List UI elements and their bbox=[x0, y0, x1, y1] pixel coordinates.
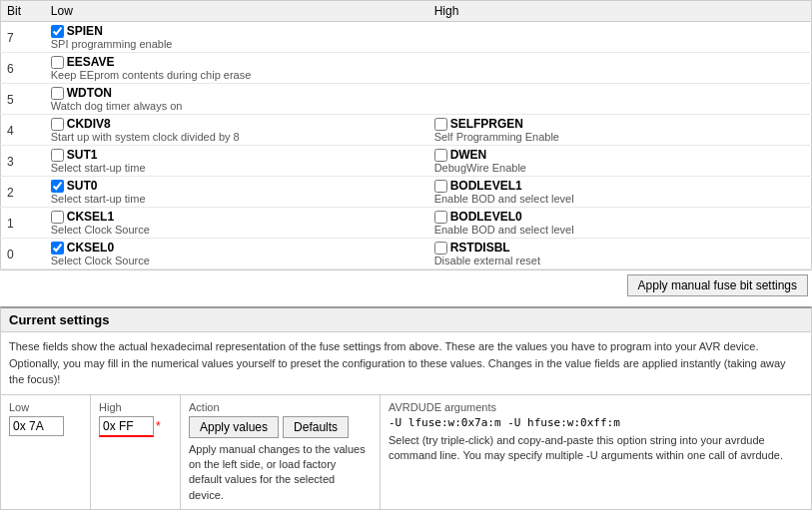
current-settings-desc: These fields show the actual hexadecimal… bbox=[1, 332, 811, 394]
fuse-high-cell bbox=[428, 22, 812, 53]
fuse-low-cell: CKSEL0Select Clock Source bbox=[45, 239, 428, 269]
fuse-low-name: WDTON bbox=[67, 86, 112, 100]
fuse-low-cell: WDTONWatch dog timer always on bbox=[45, 84, 428, 115]
fuse-low-label[interactable]: WDTON bbox=[51, 86, 422, 100]
fuse-high-cell: BODLEVEL1Enable BOD and select level bbox=[428, 177, 812, 208]
fuse-low-checkbox[interactable] bbox=[51, 87, 64, 100]
fuse-low-checkbox[interactable] bbox=[51, 149, 64, 162]
avrdude-code: -U lfuse:w:0x7a:m -U hfuse:w:0xff:m bbox=[389, 416, 803, 429]
low-col: Low bbox=[1, 395, 91, 510]
bit-number: 6 bbox=[1, 53, 45, 84]
fuse-high-cell: BODLEVEL0Enable BOD and select level bbox=[428, 208, 812, 239]
col-bit: Bit bbox=[1, 1, 45, 22]
table-row: 1CKSEL1Select Clock SourceBODLEVEL0Enabl… bbox=[1, 208, 812, 239]
bit-number: 2 bbox=[1, 177, 45, 208]
fuse-low-label[interactable]: SUT1 bbox=[51, 148, 422, 162]
fuse-low-name: CKDIV8 bbox=[67, 117, 111, 131]
fuse-low-name: SUT0 bbox=[67, 179, 98, 193]
fuse-low-label[interactable]: SPIEN bbox=[51, 24, 422, 38]
high-value-input[interactable] bbox=[99, 416, 154, 437]
settings-values-row: Low High * Action Apply values Defaults … bbox=[1, 394, 811, 510]
bit-number: 5 bbox=[1, 84, 45, 115]
fuse-high-cell bbox=[428, 53, 812, 84]
fuse-high-checkbox[interactable] bbox=[434, 118, 447, 131]
fuse-high-label[interactable]: DWEN bbox=[434, 148, 805, 162]
fuse-high-label[interactable]: BODLEVEL1 bbox=[434, 179, 805, 193]
fuse-high-cell: RSTDISBLDisable external reset bbox=[428, 239, 812, 269]
high-col-header: High bbox=[99, 401, 172, 413]
fuse-low-label[interactable]: CKSEL0 bbox=[51, 241, 422, 255]
fuse-low-desc: Select Clock Source bbox=[51, 224, 422, 236]
bit-number: 0 bbox=[1, 239, 45, 269]
fuse-table: Bit Low High 7SPIENSPI programming enabl… bbox=[0, 0, 812, 269]
fuse-low-cell: CKSEL1Select Clock Source bbox=[45, 208, 428, 239]
apply-manual-fuse-btn[interactable]: Apply manual fuse bit settings bbox=[627, 274, 808, 296]
fuse-high-checkbox[interactable] bbox=[434, 180, 447, 193]
fuse-high-checkbox[interactable] bbox=[434, 211, 447, 224]
fuse-low-cell: EESAVEKeep EEprom contents during chip e… bbox=[45, 53, 428, 84]
action-buttons: Apply values Defaults bbox=[189, 416, 372, 438]
action-col: Action Apply values Defaults Apply manua… bbox=[181, 395, 381, 510]
current-settings-header: Current settings bbox=[1, 308, 811, 332]
current-settings-section: Current settings These fields show the a… bbox=[0, 306, 812, 510]
fuse-low-checkbox[interactable] bbox=[51, 25, 64, 38]
fuse-high-desc: Enable BOD and select level bbox=[434, 193, 805, 205]
fuse-low-desc: Select start-up time bbox=[51, 162, 422, 174]
fuse-low-cell: SUT0Select start-up time bbox=[45, 177, 428, 208]
high-input-wrapper: * bbox=[99, 416, 172, 437]
high-col: High * bbox=[91, 395, 181, 510]
fuse-high-name: BODLEVEL0 bbox=[450, 210, 522, 224]
table-row: 4CKDIV8Start up with system clock divide… bbox=[1, 115, 812, 146]
fuse-low-checkbox[interactable] bbox=[51, 118, 64, 131]
fuse-high-checkbox[interactable] bbox=[434, 149, 447, 162]
fuse-low-checkbox[interactable] bbox=[51, 180, 64, 193]
fuse-low-checkbox[interactable] bbox=[51, 242, 64, 255]
fuse-low-label[interactable]: EESAVE bbox=[51, 55, 422, 69]
fuse-low-name: CKSEL1 bbox=[67, 210, 114, 224]
table-row: 7SPIENSPI programming enable bbox=[1, 22, 812, 53]
bit-number: 7 bbox=[1, 22, 45, 53]
low-value-input[interactable] bbox=[9, 416, 64, 436]
bit-number: 3 bbox=[1, 146, 45, 177]
fuse-low-label[interactable]: CKDIV8 bbox=[51, 117, 422, 131]
apply-values-btn[interactable]: Apply values bbox=[189, 416, 279, 438]
fuse-low-name: EESAVE bbox=[67, 55, 115, 69]
fuse-high-label[interactable]: RSTDISBL bbox=[434, 241, 805, 255]
fuse-low-desc: Start up with system clock divided by 8 bbox=[51, 131, 422, 143]
fuse-high-name: RSTDISBL bbox=[450, 241, 510, 255]
fuse-low-desc: Select start-up time bbox=[51, 193, 422, 205]
defaults-btn[interactable]: Defaults bbox=[283, 416, 349, 438]
fuse-high-desc: Disable external reset bbox=[434, 255, 805, 266]
col-high: High bbox=[428, 1, 812, 22]
avrdude-col: AVRDUDE arguments -U lfuse:w:0x7a:m -U h… bbox=[381, 395, 811, 510]
table-row: 3SUT1Select start-up timeDWENDebugWire E… bbox=[1, 146, 812, 177]
fuse-high-cell bbox=[428, 84, 812, 115]
fuse-low-desc: SPI programming enable bbox=[51, 38, 422, 50]
fuse-high-desc: Enable BOD and select level bbox=[434, 224, 805, 236]
action-desc: Apply manual changes to the values on th… bbox=[189, 442, 372, 504]
high-asterisk: * bbox=[156, 419, 161, 433]
fuse-high-label[interactable]: BODLEVEL0 bbox=[434, 210, 805, 224]
fuse-low-name: CKSEL0 bbox=[67, 241, 114, 255]
fuse-low-name: SPIEN bbox=[67, 24, 103, 38]
low-input-wrapper bbox=[9, 416, 82, 436]
fuse-high-desc: Self Programming Enable bbox=[434, 131, 805, 143]
main-container: Bit Low High 7SPIENSPI programming enabl… bbox=[0, 0, 812, 532]
fuse-high-name: SELFPRGEN bbox=[450, 117, 523, 131]
fuse-low-label[interactable]: CKSEL1 bbox=[51, 210, 422, 224]
apply-btn-row: Apply manual fuse bit settings bbox=[0, 269, 812, 300]
fuse-low-checkbox[interactable] bbox=[51, 211, 64, 224]
bit-number: 1 bbox=[1, 208, 45, 239]
table-row: 2SUT0Select start-up timeBODLEVEL1Enable… bbox=[1, 177, 812, 208]
table-row: 5WDTONWatch dog timer always on bbox=[1, 84, 812, 115]
table-row: 0CKSEL0Select Clock SourceRSTDISBLDisabl… bbox=[1, 239, 812, 269]
avrdude-desc: Select (try triple-click) and copy-and-p… bbox=[389, 433, 803, 464]
fuse-low-label[interactable]: SUT0 bbox=[51, 179, 422, 193]
fuse-high-label[interactable]: SELFPRGEN bbox=[434, 117, 805, 131]
fuse-high-name: BODLEVEL1 bbox=[450, 179, 522, 193]
fuse-high-checkbox[interactable] bbox=[434, 242, 447, 255]
fuse-low-checkbox[interactable] bbox=[51, 56, 64, 69]
col-low: Low bbox=[45, 1, 428, 22]
fuse-low-cell: SPIENSPI programming enable bbox=[45, 22, 428, 53]
fuse-high-name: DWEN bbox=[450, 148, 487, 162]
